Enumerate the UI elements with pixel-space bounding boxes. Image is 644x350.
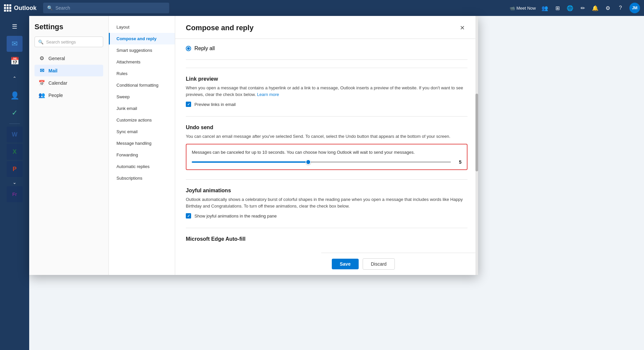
subnav-forwarding[interactable]: Forwarding <box>109 149 175 161</box>
settings-nav-mail[interactable]: ✉ Mail <box>35 65 103 76</box>
subnav-sweep[interactable]: Sweep <box>109 91 175 103</box>
slider-fill <box>192 161 308 163</box>
joyful-animations-checkbox-row[interactable]: Show joyful animations in the reading pa… <box>186 213 467 219</box>
settings-title: Settings <box>35 23 103 31</box>
divider-4 <box>186 228 467 228</box>
settings-search-icon: 🔍 <box>38 40 43 44</box>
settings-nav-calendar[interactable]: 📅 Calendar <box>35 77 103 89</box>
undo-send-title: Undo send <box>186 125 467 131</box>
scrollbar[interactable] <box>475 16 478 275</box>
subnav-rules[interactable]: Rules <box>109 68 175 79</box>
subnav-conditional-formatting[interactable]: Conditional formatting <box>109 79 175 91</box>
sidebar-item-excel[interactable]: X <box>7 144 23 160</box>
subnav-smart-suggestions[interactable]: Smart suggestions <box>109 44 175 56</box>
settings-body: Reply all Link preview When you open a m… <box>175 39 478 275</box>
mail-nav-icon: ✉ <box>38 67 45 74</box>
preview-links-label: Preview links in email <box>194 102 236 107</box>
bell-icon[interactable]: 🔔 <box>592 4 599 12</box>
joyful-animations-title: Joyful animations <box>186 188 467 194</box>
calendar-nav-icon: 📅 <box>38 80 45 86</box>
learn-more-link[interactable]: Learn more <box>257 92 279 97</box>
top-bar: Outlook 🔍 📹 Meet Now 👥 ⊞ 🌐 ✏ 🔔 ⚙ ? JM <box>0 0 644 16</box>
settings-footer: Save Discard <box>321 253 478 275</box>
subnav-sync-email[interactable]: Sync email <box>109 126 175 137</box>
subnav-attachments[interactable]: Attachments <box>109 56 175 68</box>
user-avatar[interactable]: JM <box>629 3 640 13</box>
settings-search-input[interactable] <box>46 40 100 44</box>
subnav-junk-email[interactable]: Junk email <box>109 103 175 114</box>
search-input[interactable] <box>55 5 165 11</box>
microsoft-edge-title: Microsoft Edge Auto-fill <box>186 236 467 242</box>
undo-send-slider-track <box>192 161 451 163</box>
search-icon: 🔍 <box>47 5 53 11</box>
app-name: Outlook <box>14 5 36 12</box>
sidebar-item-calendar[interactable]: 📅 <box>7 53 23 69</box>
settings-nav-people-label: People <box>48 93 63 98</box>
general-icon: ⚙ <box>38 55 45 61</box>
translate-icon[interactable]: 🌐 <box>566 4 574 12</box>
sidebar-item-todo[interactable]: ✓ <box>7 105 23 121</box>
settings-search-box[interactable]: 🔍 <box>35 37 103 47</box>
undo-send-description: You can cancel an email message after yo… <box>186 133 467 140</box>
settings-nav-general[interactable]: ⚙ General <box>35 52 103 64</box>
settings-icon[interactable]: ⚙ <box>604 4 611 12</box>
settings-sub-nav: Layout Compose and reply Smart suggestio… <box>109 16 175 275</box>
settings-nav-calendar-label: Calendar <box>48 80 67 86</box>
meet-now-button[interactable]: 📹 Meet Now <box>510 6 536 11</box>
pen-icon[interactable]: ✏ <box>579 4 586 12</box>
top-bar-right: 📹 Meet Now 👥 ⊞ 🌐 ✏ 🔔 ⚙ ? JM <box>510 3 640 13</box>
search-box[interactable]: 🔍 <box>43 3 169 13</box>
link-preview-description: When you open a message that contains a … <box>186 85 467 98</box>
sidebar-item-forms[interactable]: Fr <box>7 186 23 202</box>
people-nav-icon: 👥 <box>38 92 45 98</box>
undo-send-slider-row: 5 <box>192 159 462 165</box>
divider-2 <box>186 116 467 117</box>
scroll-thumb[interactable] <box>475 94 478 171</box>
reply-all-label: Reply all <box>194 45 215 51</box>
save-button[interactable]: Save <box>332 259 359 269</box>
divider-3 <box>186 179 467 180</box>
sidebar-item-powerpoint[interactable]: P <box>7 161 23 177</box>
joyful-animations-section: Joyful animations Outlook automatically … <box>186 188 467 219</box>
settings-nav-people[interactable]: 👥 People <box>35 89 103 101</box>
subnav-subscriptions[interactable]: Subscriptions <box>109 172 175 184</box>
reply-all-radio[interactable] <box>186 46 191 51</box>
subnav-message-handling[interactable]: Message handling <box>109 137 175 149</box>
divider-1 <box>186 68 467 68</box>
sidebar-item-word[interactable]: W <box>7 127 23 142</box>
settings-content-body: Reply all Link preview When you open a m… <box>175 39 478 275</box>
settings-dialog: Settings 🔍 ⚙ General ✉ Mail 📅 Calendar 👥… <box>29 16 478 275</box>
close-button[interactable]: ✕ <box>457 23 467 33</box>
settings-content-header: Compose and reply ✕ <box>175 16 478 39</box>
sidebar-expand-icon[interactable]: ☰ <box>7 19 23 35</box>
settings-left-panel: Settings 🔍 ⚙ General ✉ Mail 📅 Calendar 👥… <box>29 16 109 275</box>
grid-apps-icon[interactable]: ⊞ <box>554 4 561 12</box>
sidebar-chevron-up[interactable]: ⌃ <box>7 70 23 86</box>
microsoft-edge-partial: Microsoft Edge Auto-fill <box>186 236 467 242</box>
preview-links-checkbox-row[interactable]: Preview links in email <box>186 102 467 107</box>
reply-all-row: Reply all <box>186 45 467 60</box>
sidebar-divider-1 <box>9 124 20 124</box>
joyful-animations-checkbox[interactable] <box>186 213 191 219</box>
help-icon[interactable]: ? <box>617 4 624 12</box>
sidebar-item-people[interactable]: 👤 <box>7 88 23 104</box>
people-network-icon[interactable]: 👥 <box>541 4 548 12</box>
slider-value: 5 <box>455 159 462 165</box>
subnav-customize-actions[interactable]: Customize actions <box>109 114 175 126</box>
sidebar-chevron-down[interactable]: ⌄ <box>13 180 17 185</box>
slider-thumb[interactable] <box>306 159 311 165</box>
subnav-compose-reply[interactable]: Compose and reply <box>109 33 175 44</box>
undo-send-section: Undo send You can cancel an email messag… <box>186 125 467 170</box>
link-preview-section: Link preview When you open a message tha… <box>186 76 467 107</box>
discard-button[interactable]: Discard <box>363 258 395 270</box>
settings-content-title: Compose and reply <box>186 24 253 32</box>
subnav-layout[interactable]: Layout <box>109 21 175 33</box>
link-preview-title: Link preview <box>186 76 467 82</box>
sidebar-item-mail[interactable]: ✉ <box>7 36 23 52</box>
camera-icon: 📹 <box>510 6 515 11</box>
subnav-automatic-replies[interactable]: Automatic replies <box>109 161 175 172</box>
settings-nav-general-label: General <box>48 56 65 61</box>
left-sidebar: ☰ ✉ 📅 ⌃ 👤 ✓ W X P ⌄ Fr <box>0 16 29 350</box>
app-grid-icon[interactable] <box>4 4 11 12</box>
preview-links-checkbox[interactable] <box>186 102 191 107</box>
